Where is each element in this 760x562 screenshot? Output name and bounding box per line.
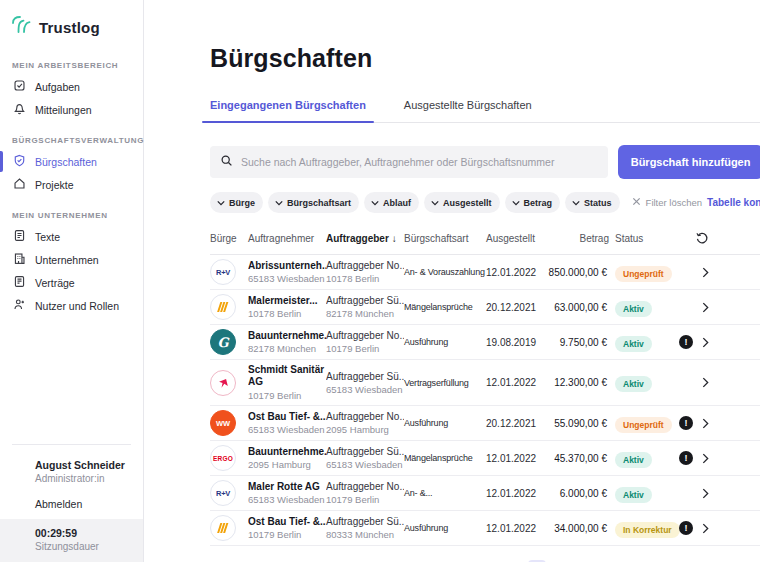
app-name: Trustlog [39, 19, 100, 36]
tab-bar: Eingegangenen Bürgschaften Ausgestellte … [210, 99, 760, 123]
sidebar-item-nutzer-und-rollen[interactable]: Nutzer und Rollen [0, 294, 143, 317]
table-header: Bürge Auftragnehmer Auftraggeber ↓ Bürgs… [210, 231, 760, 255]
surety-logo-rv: R+V [210, 480, 236, 506]
session-duration-label: Sitzungsdauer [35, 541, 99, 552]
status-badge: Ungeprüft [615, 417, 672, 433]
sidebar: Trustlog MEIN ARBEITSBEREICH Aufgaben Mi… [0, 0, 144, 562]
surety-logo-ergo: ERGO [210, 445, 236, 471]
chevron-right-icon[interactable] [702, 302, 709, 313]
chevron-right-icon[interactable] [702, 267, 709, 278]
column-header-buergschaftsart[interactable]: Bürgschaftsart [404, 233, 486, 244]
table-row[interactable]: R+V Maler Rotte AG65183 Wiesbaden Auftra… [210, 476, 760, 511]
surety-logo-rv: R+V [210, 259, 236, 285]
sidebar-item-label: Unternehmen [35, 254, 99, 266]
sidebar-bottom: August Schneider Administrator:in Abmeld… [0, 436, 143, 562]
building-icon [13, 252, 26, 267]
status-badge: Aktiv [615, 376, 652, 392]
sort-descending-icon: ↓ [392, 233, 397, 244]
filter-chip-buerge[interactable]: Bürge [210, 192, 263, 213]
toolbar: Bürgschaft hinzufügen ··· [210, 145, 760, 179]
app-logo[interactable]: Trustlog [0, 10, 143, 46]
chevron-down-icon [572, 198, 580, 208]
table-row[interactable]: Malermeister...10178 Berlin Auftraggeber… [210, 290, 760, 325]
chevron-right-icon[interactable] [702, 523, 709, 534]
logout-button[interactable]: Abmelden [0, 488, 143, 519]
sidebar-item-projekte[interactable]: Projekte [0, 173, 143, 196]
surety-logo-ww: WW [210, 410, 236, 436]
configure-table-link[interactable]: Tabelle konfigurieren [707, 197, 760, 208]
sidebar-item-label: Projekte [35, 179, 74, 191]
sidebar-item-aufgaben[interactable]: Aufgaben [0, 75, 143, 98]
table-row[interactable]: G Bauunternehme...82178 München Auftragg… [210, 325, 760, 360]
tab-ausgestellte-buergschaften[interactable]: Ausgestellte Bürgschaften [404, 99, 532, 122]
column-header-ausgestellt[interactable]: Ausgestellt [486, 233, 543, 244]
page-title: Bürgschaften [210, 44, 760, 73]
status-badge: Aktiv [615, 301, 652, 317]
filter-chip-betrag[interactable]: Betrag [505, 192, 561, 213]
sidebar-item-vertraege[interactable]: Verträge [0, 271, 143, 294]
search-input[interactable] [241, 156, 598, 168]
user-profile[interactable]: August Schneider Administrator:in [0, 453, 143, 488]
alert-icon[interactable]: ! [679, 521, 693, 535]
column-header-betrag[interactable]: Betrag [543, 233, 609, 244]
filter-chip-ablauf[interactable]: Ablauf [364, 192, 419, 213]
table-row[interactable]: WW Ost Bau Tief- &...65183 Wiesbaden Auf… [210, 406, 760, 441]
surety-logo-stripes [210, 294, 236, 320]
search-box[interactable] [210, 146, 608, 178]
sidebar-item-texte[interactable]: Texte [0, 225, 143, 248]
add-guarantee-button[interactable]: Bürgschaft hinzufügen [618, 145, 760, 179]
alert-icon[interactable]: ! [679, 335, 693, 349]
section-label-unternehmen: MEIN UNTERNEHMEN [0, 211, 143, 220]
surety-logo-bird [210, 370, 236, 396]
search-icon [220, 153, 233, 171]
table-row[interactable]: R+V Abrissunterneh...65183 Wiesbaden Auf… [210, 255, 760, 290]
filter-chip-buergschaftsart[interactable]: Bürgschaftsart [268, 192, 359, 213]
column-header-auftraggeber[interactable]: Auftraggeber ↓ [326, 233, 404, 244]
chevron-right-icon[interactable] [702, 453, 709, 464]
column-header-auftragnehmer[interactable]: Auftragnehmer [248, 233, 326, 244]
trustlog-logo-icon [10, 14, 32, 40]
section-label-workspace: MEIN ARBEITSBEREICH [0, 61, 143, 70]
chevron-down-icon [431, 198, 439, 208]
surety-logo-stripes [210, 515, 236, 541]
alert-icon[interactable]: ! [679, 451, 693, 465]
logout-label: Abmelden [35, 498, 82, 510]
sidebar-item-label: Texte [35, 231, 60, 243]
chevron-right-icon[interactable] [702, 377, 709, 388]
chevron-right-icon[interactable] [702, 337, 709, 348]
session-timer: 00:29:59 Sitzungsdauer [0, 519, 143, 562]
tasks-icon [13, 79, 26, 94]
table-row[interactable]: Ost Bau Tief- &...10179 Berlin Auftragge… [210, 511, 760, 546]
table-row[interactable]: ERGO Bauunternehme...2095 Hamburg Auftra… [210, 441, 760, 476]
user-icon [13, 459, 26, 484]
user-plus-icon [13, 298, 26, 313]
filter-chip-ausgestellt[interactable]: Ausgestellt [424, 192, 500, 213]
surety-logo-g: G [210, 329, 236, 355]
chevron-right-icon[interactable] [702, 488, 709, 499]
filter-chip-status[interactable]: Status [565, 192, 620, 213]
status-badge: Aktiv [615, 487, 652, 503]
bell-icon [13, 102, 26, 117]
contract-icon [13, 275, 26, 290]
status-badge: Ungeprüft [615, 266, 672, 282]
table-row[interactable]: Schmidt Sanitär AG10179 Berlin Auftragge… [210, 360, 760, 406]
home-icon [13, 177, 26, 192]
user-role: Administrator:in [35, 473, 125, 484]
sidebar-item-mitteilungen[interactable]: Mitteilungen [0, 98, 143, 121]
clock-icon [13, 527, 26, 552]
tab-eingegangene-buergschaften[interactable]: Eingegangenen Bürgschaften [210, 99, 366, 122]
status-badge: Aktiv [615, 452, 652, 468]
reset-table-icon[interactable] [695, 231, 709, 245]
chevron-down-icon [275, 198, 283, 208]
main-content: Bürgschaften Eingegangenen Bürgschaften … [144, 0, 760, 562]
chevron-right-icon[interactable] [702, 418, 709, 429]
sidebar-item-label: Verträge [35, 277, 75, 289]
sidebar-item-unternehmen[interactable]: Unternehmen [0, 248, 143, 271]
column-header-status[interactable]: Status [609, 233, 679, 244]
clear-filters-button[interactable]: Filter löschen [632, 197, 703, 208]
chevron-down-icon [512, 198, 520, 208]
alert-icon[interactable]: ! [679, 416, 693, 430]
column-header-buerge[interactable]: Bürge [210, 233, 248, 244]
chevron-down-icon [217, 198, 225, 208]
sidebar-item-buergschaften[interactable]: Bürgschaften [0, 150, 143, 173]
